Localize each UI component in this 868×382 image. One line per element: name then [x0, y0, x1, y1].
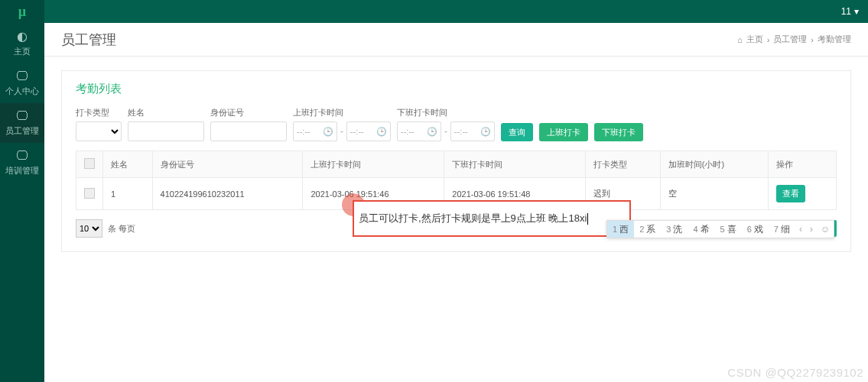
user-name: 11 — [841, 6, 851, 17]
filter-offtime: 下班打卡时间 --:--🕒 - --:--🕒 — [397, 107, 495, 141]
text-cursor — [587, 213, 588, 225]
ime-prev[interactable]: ‹ — [795, 221, 806, 238]
col-ops: 操作 — [769, 151, 837, 178]
filter-name-label: 姓名 — [128, 107, 204, 118]
clock-icon: 🕒 — [323, 127, 333, 137]
col-offtime: 下班打卡时间 — [444, 151, 586, 178]
cell-name: 1 — [103, 178, 153, 210]
ime-candidate-5[interactable]: 5喜 — [715, 221, 742, 238]
perpage-suffix: 条 每页 — [108, 224, 135, 233]
query-button[interactable]: 查询 — [501, 123, 533, 141]
name-input[interactable] — [128, 121, 204, 141]
monitor-icon: 🖵 — [16, 149, 28, 163]
ime-candidate-4[interactable]: 4希 — [688, 221, 714, 238]
main-area: 11 ▾ 员工管理 ⌂ 主页 › 员工管理 › 考勤管理 考勤列表 打卡类型 — [44, 0, 868, 382]
filter-offtime-label: 下班打卡时间 — [397, 107, 495, 118]
breadcrumb-home[interactable]: 主页 — [746, 34, 763, 45]
dash: - — [444, 126, 447, 137]
breadcrumb-sep: › — [767, 35, 770, 44]
col-name: 姓名 — [103, 151, 153, 178]
page-title: 员工管理 — [61, 31, 116, 49]
col-idcard: 身份证号 — [152, 151, 303, 178]
col-type: 打卡类型 — [586, 151, 661, 178]
breadcrumb-l2: 考勤管理 — [818, 34, 851, 45]
clock-icon: 🕒 — [376, 127, 387, 137]
dashboard-icon: ◐ — [17, 29, 28, 44]
punch-off-button[interactable]: 下班打卡 — [594, 123, 643, 141]
ontime-to-input[interactable]: --:--🕒 — [346, 121, 391, 141]
ime-candidate-bar: 1西 2系 3洗 4希 5喜 6戏 7细 ‹ › ☺ — [606, 220, 834, 238]
col-overtime: 加班时间(小时) — [660, 151, 769, 178]
breadcrumb: ⌂ 主页 › 员工管理 › 考勤管理 — [737, 34, 851, 45]
clock-icon: 🕒 — [427, 127, 437, 137]
type-select[interactable] — [76, 121, 122, 141]
sidebar-item-training[interactable]: 🖵 培训管理 — [0, 143, 44, 183]
caret-down-icon: ▾ — [854, 6, 859, 17]
filter-type-label: 打卡类型 — [76, 107, 122, 118]
ime-composition-box[interactable]: 员工可以打卡,然后打卡规则是早上9点上班 晚上18xi — [353, 200, 631, 237]
clock-icon: 🕒 — [480, 127, 491, 137]
ime-candidate-7[interactable]: 7细 — [769, 221, 795, 238]
sidebar-item-home[interactable]: ◐ 主页 — [0, 23, 44, 63]
cell-overtime: 空 — [660, 178, 769, 210]
sidebar-item-employee[interactable]: 🖵 员工管理 — [0, 103, 44, 143]
ime-next[interactable]: › — [806, 221, 817, 238]
page-header: 员工管理 ⌂ 主页 › 员工管理 › 考勤管理 — [44, 23, 868, 57]
sidebar: µ ◐ 主页 🖵 个人中心 🖵 员工管理 🖵 培训管理 — [0, 0, 44, 382]
filter-name: 姓名 — [128, 107, 204, 141]
filter-ontime-label: 上班打卡时间 — [293, 107, 391, 118]
ime-candidate-6[interactable]: 6戏 — [742, 221, 769, 238]
filter-idcard-label: 身份证号 — [210, 107, 287, 118]
card-title: 考勤列表 — [76, 82, 837, 96]
sidebar-item-label: 个人中心 — [5, 86, 39, 97]
filter-ontime: 上班打卡时间 --:--🕒 - --:--🕒 — [293, 107, 391, 141]
ime-composed-text: 员工可以打卡,然后打卡规则是早上9点上班 晚上18xi — [359, 212, 587, 225]
perpage-select[interactable]: 10 — [76, 219, 102, 238]
table-header-row: 姓名 身份证号 上班打卡时间 下班打卡时间 打卡类型 加班时间(小时) 操作 — [76, 151, 837, 178]
perpage: 10 条 每页 — [76, 219, 135, 238]
row-checkbox[interactable] — [84, 188, 95, 199]
filter-bar: 打卡类型 姓名 身份证号 上班打卡时间 --:--🕒 — [76, 107, 837, 141]
logo-text: µ — [18, 4, 26, 20]
ime-candidate-3[interactable]: 3洗 — [661, 221, 688, 238]
logo: µ — [0, 0, 44, 23]
breadcrumb-l1[interactable]: 员工管理 — [773, 34, 807, 45]
filter-idcard: 身份证号 — [210, 107, 287, 141]
user-menu[interactable]: 11 ▾ — [841, 6, 859, 17]
ime-candidate-2[interactable]: 2系 — [634, 221, 661, 238]
sidebar-item-label: 主页 — [14, 46, 31, 57]
monitor-icon: 🖵 — [16, 109, 28, 123]
dash: - — [340, 126, 343, 137]
ontime-from-input[interactable]: --:--🕒 — [293, 121, 337, 141]
cell-idcard: 410224199610232011 — [152, 178, 303, 210]
breadcrumb-sep: › — [811, 35, 814, 44]
offtime-to-input[interactable]: --:--🕒 — [450, 121, 495, 141]
ime-candidate-1[interactable]: 1西 — [607, 221, 634, 238]
idcard-input[interactable] — [210, 121, 287, 141]
filter-type: 打卡类型 — [76, 107, 122, 141]
view-button[interactable]: 查看 — [776, 185, 805, 202]
sidebar-item-label: 培训管理 — [5, 165, 39, 176]
home-icon: ⌂ — [737, 35, 743, 44]
ime-emoji[interactable]: ☺ — [817, 221, 834, 238]
select-all-checkbox[interactable] — [84, 158, 95, 169]
topbar: 11 ▾ — [44, 0, 868, 23]
col-ontime: 上班打卡时间 — [303, 151, 444, 178]
offtime-from-input[interactable]: --:--🕒 — [397, 121, 441, 141]
punch-on-button[interactable]: 上班打卡 — [539, 123, 588, 141]
sidebar-item-label: 员工管理 — [5, 125, 39, 137]
sidebar-item-profile[interactable]: 🖵 个人中心 — [0, 63, 44, 103]
monitor-icon: 🖵 — [16, 70, 28, 83]
